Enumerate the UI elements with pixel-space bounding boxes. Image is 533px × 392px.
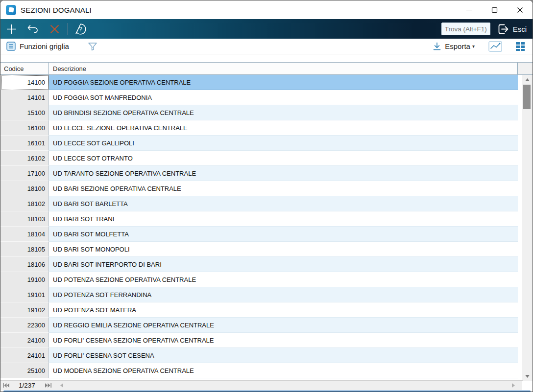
cell-codice[interactable]: 19101 bbox=[0, 287, 49, 302]
cell-descrizione[interactable]: UD MODENA SEZIONE OPERATIVA CENTRALE bbox=[49, 363, 518, 378]
help-icon: ? bbox=[74, 23, 87, 35]
table-row[interactable]: 14101 UD FOGGIA SOT MANFREDONIA bbox=[0, 90, 523, 105]
cell-codice[interactable]: 19100 bbox=[0, 272, 49, 287]
cell-codice[interactable]: 24101 bbox=[0, 348, 49, 363]
vertical-scrollbar[interactable] bbox=[522, 75, 533, 381]
first-page-icon bbox=[3, 383, 9, 388]
cell-codice[interactable]: 16101 bbox=[0, 136, 49, 151]
cell-codice[interactable]: 18106 bbox=[0, 257, 49, 272]
column-header-filler bbox=[518, 63, 533, 74]
cell-codice[interactable]: 16102 bbox=[0, 151, 49, 166]
cell-descrizione[interactable]: UD LECCE SOT GALLIPOLI bbox=[49, 136, 518, 151]
cell-codice[interactable]: 25100 bbox=[0, 363, 49, 378]
app-logo-icon bbox=[6, 5, 16, 15]
vertical-scrollbar-thumb[interactable] bbox=[523, 85, 531, 109]
delete-button[interactable] bbox=[44, 19, 65, 39]
app-window: SEZIONI DOGANALI bbox=[0, 0, 533, 392]
cell-descrizione[interactable]: UD BRINDISI SEZIONE OPERATIVA CENTRALE bbox=[49, 105, 518, 120]
cell-descrizione[interactable]: UD BARI SOT INTERPORTO DI BARI bbox=[49, 257, 518, 272]
cell-codice[interactable]: 14100 bbox=[0, 75, 49, 90]
table-row[interactable]: 17100 UD TARANTO SEZIONE OPERATIVA CENTR… bbox=[0, 166, 523, 181]
cell-codice[interactable]: 18100 bbox=[0, 181, 49, 196]
cell-codice[interactable]: 18105 bbox=[0, 242, 49, 257]
cell-descrizione[interactable]: UD BARI SOT TRANI bbox=[49, 211, 518, 227]
cell-descrizione[interactable]: UD POTENZA SOT MATERA bbox=[49, 302, 518, 318]
table-row[interactable]: 22300 UD REGGIO EMILIA SEZIONE OPERATIVA… bbox=[0, 318, 523, 333]
cell-codice[interactable]: 17100 bbox=[0, 166, 49, 181]
scroll-left-icon bbox=[60, 383, 63, 388]
table-row[interactable]: 24100 UD FORLI' CESENA SEZIONE OPERATIVA… bbox=[0, 333, 523, 348]
scrollbar-corner bbox=[522, 381, 533, 390]
cell-descrizione[interactable]: UD FORLI' CESENA SOT CESENA bbox=[49, 348, 518, 363]
column-header-codice[interactable]: Codice bbox=[0, 63, 49, 74]
cell-codice[interactable]: 24100 bbox=[0, 333, 49, 348]
grid-functions-button[interactable]: Funzioni griglia bbox=[6, 42, 69, 51]
chart-button[interactable] bbox=[488, 41, 502, 52]
table-row[interactable]: 18106 UD BARI SOT INTERPORTO DI BARI bbox=[0, 257, 523, 272]
cell-descrizione[interactable]: UD LECCE SEZIONE OPERATIVA CENTRALE bbox=[49, 120, 518, 136]
export-label: Esporta bbox=[445, 42, 470, 50]
table-row[interactable]: 18104 UD BARI SOT MOLFETTA bbox=[0, 227, 523, 242]
delete-icon bbox=[49, 24, 60, 34]
exit-button[interactable]: Esci bbox=[497, 23, 527, 35]
undo-button[interactable] bbox=[22, 19, 44, 39]
column-header-descrizione[interactable]: Descrizione bbox=[49, 63, 518, 74]
cell-descrizione[interactable]: UD POTENZA SOT FERRANDINA bbox=[49, 287, 518, 302]
minimize-button[interactable] bbox=[456, 0, 482, 19]
cell-codice[interactable]: 16100 bbox=[0, 120, 49, 136]
filter-button[interactable] bbox=[88, 42, 97, 51]
table-row[interactable]: 18102 UD BARI SOT BARLETTA bbox=[0, 196, 523, 211]
caret-down-icon: ▾ bbox=[472, 44, 475, 49]
table-row[interactable]: 16100 UD LECCE SEZIONE OPERATIVA CENTRAL… bbox=[0, 120, 523, 136]
scroll-down-button[interactable] bbox=[522, 372, 533, 380]
cell-descrizione[interactable]: UD REGGIO EMILIA SEZIONE OPERATIVA CENTR… bbox=[49, 318, 518, 333]
cell-descrizione[interactable]: UD TARANTO SEZIONE OPERATIVA CENTRALE bbox=[49, 166, 518, 181]
cell-descrizione[interactable]: UD LECCE SOT OTRANTO bbox=[49, 151, 518, 166]
cell-descrizione[interactable]: UD BARI SEZIONE OPERATIVA CENTRALE bbox=[49, 181, 518, 196]
grid-view-button[interactable] bbox=[515, 41, 526, 52]
cell-descrizione[interactable]: UD FOGGIA SEZIONE OPERATIVA CENTRALE bbox=[49, 75, 518, 90]
add-button[interactable] bbox=[0, 19, 22, 39]
cell-codice[interactable]: 18102 bbox=[0, 196, 49, 211]
help-button[interactable]: ? bbox=[70, 19, 91, 39]
table-row[interactable]: 14100 UD FOGGIA SEZIONE OPERATIVA CENTRA… bbox=[0, 75, 523, 90]
table-row[interactable]: 16102 UD LECCE SOT OTRANTO bbox=[0, 151, 523, 166]
maximize-button[interactable] bbox=[482, 0, 507, 19]
cell-descrizione[interactable]: UD BARI SOT MOLFETTA bbox=[49, 227, 518, 242]
find-input[interactable] bbox=[441, 23, 490, 35]
cell-descrizione[interactable]: UD POTENZA SEZIONE OPERATIVA CENTRALE bbox=[49, 272, 518, 287]
last-page-icon bbox=[45, 383, 51, 388]
scroll-up-button[interactable] bbox=[522, 76, 533, 84]
table-row[interactable]: 25100 UD MODENA SEZIONE OPERATIVA CENTRA… bbox=[0, 363, 523, 378]
scroll-right-button[interactable] bbox=[508, 381, 519, 391]
table-row[interactable]: 18105 UD BARI SOT MONOPOLI bbox=[0, 242, 523, 257]
cell-codice[interactable]: 15100 bbox=[0, 105, 49, 120]
table-row[interactable]: 19101 UD POTENZA SOT FERRANDINA bbox=[0, 287, 523, 302]
grid-body: 14100 UD FOGGIA SEZIONE OPERATIVA CENTRA… bbox=[0, 75, 523, 378]
cell-codice[interactable]: 22300 bbox=[0, 318, 49, 333]
cell-descrizione[interactable]: UD BARI SOT BARLETTA bbox=[49, 196, 518, 211]
table-row[interactable]: 19100 UD POTENZA SEZIONE OPERATIVA CENTR… bbox=[0, 272, 523, 287]
cell-descrizione[interactable]: UD FOGGIA SOT MANFREDONIA bbox=[49, 90, 518, 105]
table-row[interactable]: 15100 UD BRINDISI SEZIONE OPERATIVA CENT… bbox=[0, 105, 523, 120]
cell-codice[interactable]: 18103 bbox=[0, 211, 49, 227]
exit-icon bbox=[497, 23, 509, 35]
cell-codice[interactable]: 14101 bbox=[0, 90, 49, 105]
table-row[interactable]: 24101 UD FORLI' CESENA SOT CESENA bbox=[0, 348, 523, 363]
cell-codice[interactable]: 18104 bbox=[0, 227, 49, 242]
table-row[interactable]: 16101 UD LECCE SOT GALLIPOLI bbox=[0, 136, 523, 151]
grid-functions-label: Funzioni griglia bbox=[20, 42, 69, 50]
first-page-button[interactable] bbox=[0, 381, 11, 391]
last-page-button[interactable] bbox=[43, 381, 53, 391]
cell-descrizione[interactable]: UD FORLI' CESENA SEZIONE OPERATIVA CENTR… bbox=[49, 333, 518, 348]
export-button[interactable]: Esporta ▾ bbox=[433, 42, 475, 51]
cell-codice[interactable]: 19102 bbox=[0, 302, 49, 318]
scroll-left-button[interactable] bbox=[56, 381, 67, 391]
cell-descrizione[interactable]: UD BARI SOT MONOPOLI bbox=[49, 242, 518, 257]
table-row[interactable]: 18103 UD BARI SOT TRANI bbox=[0, 211, 523, 227]
grid-functions-icon bbox=[6, 42, 16, 51]
title-bar: SEZIONI DOGANALI bbox=[0, 0, 533, 19]
table-row[interactable]: 18100 UD BARI SEZIONE OPERATIVA CENTRALE bbox=[0, 181, 523, 196]
table-row[interactable]: 19102 UD POTENZA SOT MATERA bbox=[0, 302, 523, 318]
close-button[interactable] bbox=[507, 0, 533, 19]
